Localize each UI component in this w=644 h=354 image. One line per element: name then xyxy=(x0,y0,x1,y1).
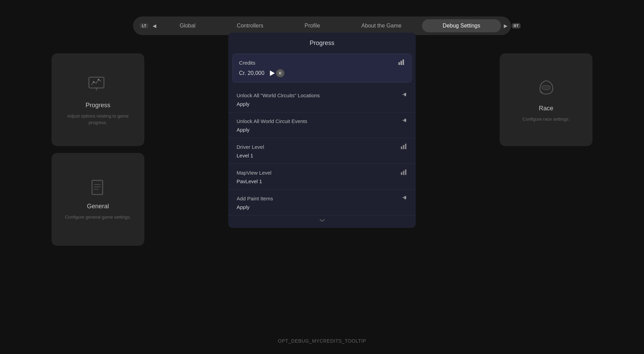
card-race[interactable]: Race Configure race settings. xyxy=(500,53,592,146)
tab-profile[interactable]: Profile xyxy=(284,19,341,32)
dialog-title: Progress xyxy=(229,33,416,54)
mapview-level-row[interactable]: MapView Level PavLevel 1 xyxy=(229,164,416,190)
lt-button[interactable]: LT xyxy=(140,23,148,29)
card-progress[interactable]: Progress Adjust options relating to game… xyxy=(52,53,144,146)
svg-rect-15 xyxy=(401,172,402,175)
driver-level-label: Driver Level xyxy=(237,144,264,150)
card-race-title: Race xyxy=(539,105,553,112)
tooltip-bar: OPT_DEBUG_MYCREDITS_TOOLTIP xyxy=(278,338,366,344)
scroll-indicator[interactable] xyxy=(229,215,416,225)
add-paint-items-label: Add Paint Items xyxy=(237,196,273,201)
svg-rect-16 xyxy=(403,171,404,175)
credits-bar-icon xyxy=(398,59,405,66)
card-general-desc: Configure general game settings. xyxy=(58,214,138,220)
tooltip-text: OPT_DEBUG_MYCREDITS_TOOLTIP xyxy=(278,338,366,344)
credits-value: Cr. 20,000 xyxy=(239,70,265,76)
general-icon xyxy=(88,178,108,199)
mapview-level-value[interactable]: PavLevel 1 xyxy=(237,178,262,184)
mapview-level-bar-icon xyxy=(401,169,408,176)
rt-button[interactable]: RT xyxy=(512,23,521,29)
progress-dialog: Progress Credits Cr. 20,000 R xyxy=(229,33,416,228)
tab-controllers[interactable]: Controllers xyxy=(216,19,284,32)
r-badge: R xyxy=(276,69,284,77)
card-race-desc: Configure race settings. xyxy=(515,116,576,122)
unlock-locations-enter-icon xyxy=(401,91,408,99)
card-general[interactable]: General Configure general game settings. xyxy=(52,153,144,246)
svg-rect-11 xyxy=(403,59,404,65)
driver-level-bar-icon xyxy=(401,143,408,151)
tab-about[interactable]: About the Game xyxy=(341,19,422,32)
svg-rect-5 xyxy=(92,180,103,195)
svg-point-3 xyxy=(93,81,95,83)
mapview-level-label: MapView Level xyxy=(237,170,271,176)
credits-row[interactable]: Credits Cr. 20,000 R xyxy=(233,54,412,82)
svg-rect-13 xyxy=(403,145,404,149)
unlock-locations-label: Unlock All "World Circuits" Locations xyxy=(237,92,320,98)
unlock-events-label: Unlock All World Circuit Events xyxy=(237,118,308,124)
svg-rect-14 xyxy=(405,144,407,149)
svg-rect-12 xyxy=(401,146,402,149)
race-icon xyxy=(534,77,558,101)
driver-level-row[interactable]: Driver Level Level 1 xyxy=(229,138,416,164)
credits-label: Credits xyxy=(239,60,256,66)
tab-debug-settings[interactable]: Debug Settings xyxy=(422,19,501,32)
unlock-events-enter-icon xyxy=(401,117,408,125)
add-paint-items-row[interactable]: Add Paint Items Apply xyxy=(229,190,416,215)
card-progress-title: Progress xyxy=(86,102,110,109)
add-paint-items-apply[interactable]: Apply xyxy=(237,204,250,210)
add-paint-items-enter-icon xyxy=(401,195,408,202)
svg-rect-10 xyxy=(401,61,402,65)
tab-global[interactable]: Global xyxy=(159,19,216,32)
credits-cursor: R xyxy=(270,69,284,77)
dialog-content: Credits Cr. 20,000 R U xyxy=(229,54,416,228)
unlock-locations-row[interactable]: Unlock All "World Circuits" Locations Ap… xyxy=(229,87,416,112)
nav-bar: LT ◀ Global Controllers Profile About th… xyxy=(133,16,511,35)
progress-icon xyxy=(86,74,110,98)
unlock-locations-apply[interactable]: Apply xyxy=(237,101,250,107)
svg-rect-17 xyxy=(405,169,407,175)
nav-left-arrow[interactable]: ◀ xyxy=(150,22,159,30)
card-general-title: General xyxy=(87,203,109,210)
unlock-events-apply[interactable]: Apply xyxy=(237,127,250,133)
card-progress-desc: Adjust options relating to game progress… xyxy=(52,113,144,125)
svg-point-4 xyxy=(98,79,99,80)
driver-level-value[interactable]: Level 1 xyxy=(237,153,253,158)
unlock-events-row[interactable]: Unlock All World Circuit Events Apply xyxy=(229,112,416,138)
cursor-arrow-icon xyxy=(270,70,275,76)
svg-rect-9 xyxy=(399,62,400,65)
nav-right-arrow[interactable]: ▶ xyxy=(501,22,510,30)
